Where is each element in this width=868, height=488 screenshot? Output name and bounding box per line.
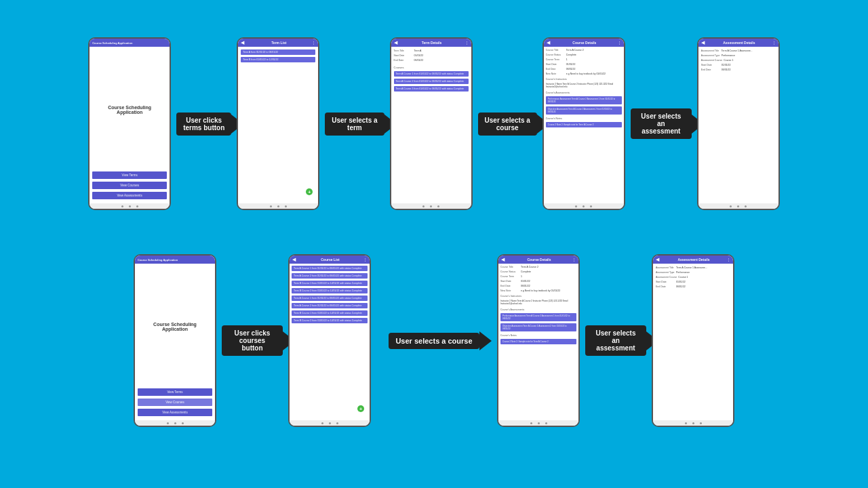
course-list-item-3[interactable]: Term B Course 1 from 01/01/22 to 12/01/2…: [292, 281, 368, 286]
course-list-item-7[interactable]: Term B Course 1 from 01/01/22 to 12/01/2…: [292, 310, 368, 316]
term-item-2[interactable]: Term B from 01/01/22 to 12/01/22: [241, 57, 315, 62]
home-title-1: Course Scheduling Application: [92, 41, 132, 45]
menu-icon-7[interactable]: ⋮: [727, 258, 730, 262]
phone-course-details-1: ◀ Course Details ⋮ Course TitleTerm A Co…: [542, 37, 625, 210]
nav-dot: [182, 422, 184, 424]
note-item-1a[interactable]: Course 2 Note 2: Sample note for Term A …: [546, 122, 622, 127]
home-title-2: Course Scheduling Application: [138, 258, 178, 262]
nav-bar-9: [653, 420, 733, 426]
arrow-7: User selects anassessment: [585, 325, 646, 356]
course-item-td-1[interactable]: Term A Course 1 from 01/01/22 to 06/01/2…: [394, 71, 469, 77]
course-list-item-5[interactable]: Term A Course 1 from 01/01/22 to 06/01/2…: [292, 296, 368, 301]
menu-icon-6[interactable]: ⋮: [572, 258, 576, 262]
view-courses-btn-2[interactable]: View Courses: [138, 399, 212, 406]
nav-bar-5: [698, 203, 778, 209]
arrow-3: User selects acourse: [478, 113, 537, 136]
nav-dot: [136, 205, 138, 207]
term-details-header: ◀ Term Details ⋮: [391, 39, 471, 47]
nav-dot: [321, 422, 323, 424]
phone-term-list: ◀ Term List ⋮ Term A from 01/01/22 to 06…: [237, 37, 319, 210]
menu-icon-3[interactable]: ⋮: [618, 41, 621, 45]
menu-icon-4[interactable]: ⋮: [772, 41, 776, 45]
back-arrow-5: ◀: [292, 257, 296, 262]
nav-dot: [730, 205, 732, 207]
nav-dot: [692, 422, 694, 424]
nav-bar-8: [498, 420, 578, 426]
arrow-label-7: User selects anassessment: [585, 325, 646, 356]
term-list-title: Term List: [245, 41, 312, 45]
note-item-1b[interactable]: Course 2 Note 2: Sample note for Term A …: [500, 339, 576, 344]
phone-header-2: Course Scheduling Application: [135, 256, 215, 264]
phone-course-details-2: ◀ Course Details ⋮ Course TitleTerm A Co…: [497, 254, 580, 427]
course-details-header-2: ◀ Course Details ⋮: [498, 256, 578, 264]
course-list-item-4[interactable]: Term B Course 2 from 01/01/22 to 12/01/2…: [292, 288, 368, 293]
view-courses-btn-1[interactable]: View Courses: [92, 182, 167, 189]
nav-dot: [590, 205, 592, 207]
phone-course-list: ◀ Course List ⋮ Term A Course 1 from 01/…: [288, 254, 371, 427]
assessment-details-title-1: Assessment Details: [706, 41, 772, 45]
nav-bar-1: [90, 203, 170, 209]
phone-assessment-details-2: ◀ Assessment Details ⋮ Assessment TitleT…: [652, 254, 734, 427]
assessment-item-2a[interactable]: Objective Assessment Term A Course 2 Ass…: [546, 106, 622, 115]
course-list-item-6[interactable]: Term A Course 2 from 01/01/22 to 06/01/2…: [292, 303, 368, 308]
back-arrow-2: ◀: [394, 40, 397, 45]
fab-add-course[interactable]: +: [357, 405, 364, 412]
phone-term-details: ◀ Term Details ⋮ Term TitleTerm A Start …: [390, 37, 473, 210]
nav-dot: [422, 205, 425, 207]
nav-dot: [270, 205, 272, 207]
back-arrow-6: ◀: [501, 257, 505, 262]
course-details-title-1: Course Details: [551, 41, 618, 45]
view-terms-btn-1[interactable]: View Terms: [92, 171, 167, 179]
term-list-header: ◀ Term List ⋮: [238, 39, 318, 47]
course-item-td-2[interactable]: Term A Course 2 from 01/01/22 to 06/01/2…: [394, 79, 469, 84]
course-details-title-2: Course Details: [506, 258, 572, 262]
nav-dot: [430, 205, 432, 207]
arrow-label-4: User selects anassessment: [631, 108, 692, 139]
nav-dot: [583, 205, 585, 207]
nav-dot: [700, 422, 702, 424]
arrow-4: User selects anassessment: [631, 108, 692, 139]
assessment-item-1a[interactable]: Performance Assessment Term A Course 2 A…: [546, 96, 622, 104]
nav-dot: [129, 205, 131, 207]
nav-dot: [167, 422, 169, 424]
nav-dot: [745, 205, 747, 207]
nav-dot: [530, 422, 532, 424]
nav-dot: [121, 205, 123, 207]
arrow-6: User selects a course: [376, 333, 492, 349]
nav-bar-4: [544, 203, 624, 209]
view-assessments-btn-2[interactable]: View Assessments: [138, 409, 212, 416]
phone-home-1: Course Scheduling Application Course Sch…: [88, 37, 171, 210]
nav-dot: [174, 422, 176, 424]
assessment-item-2b[interactable]: Objective Assessment Term A Course 2 Ass…: [500, 323, 576, 331]
view-terms-btn-2[interactable]: View Terms: [138, 388, 212, 396]
course-list-item-2[interactable]: Term A Course 2 from 01/01/22 to 06/01/2…: [292, 273, 368, 279]
assessment-details-header-1: ◀ Assessment Details ⋮: [698, 39, 778, 47]
menu-icon-1[interactable]: ⋮: [312, 41, 315, 45]
nav-bar-2: [238, 203, 318, 209]
menu-icon-2[interactable]: ⋮: [465, 41, 469, 45]
nav-dot: [538, 422, 540, 424]
back-arrow-1: ◀: [241, 40, 244, 45]
nav-dot: [285, 205, 287, 207]
view-assessments-btn-1[interactable]: View Assessments: [92, 192, 167, 199]
arrow-5: User clickscourses button: [222, 325, 283, 356]
course-item-td-3[interactable]: Term A Course 3 from 01/01/22 to 06/01/2…: [394, 86, 469, 92]
phone-home-2: Course Scheduling Application Course Sch…: [134, 254, 216, 427]
phone-header-1: Course Scheduling Application: [90, 39, 170, 47]
course-list-item-1[interactable]: Term A Course 1 from 01/01/22 to 06/01/2…: [292, 266, 368, 271]
arrow-label-2: User selects aterm: [325, 113, 384, 136]
assessment-item-1b[interactable]: Performance Assessment Term A Course 2 A…: [500, 313, 576, 321]
nav-dot: [336, 422, 338, 424]
arrow-label-5: User clickscourses button: [222, 325, 283, 356]
nav-dot: [545, 422, 547, 424]
nav-dot: [685, 422, 687, 424]
menu-icon-5[interactable]: ⋮: [363, 258, 367, 262]
back-arrow-3: ◀: [547, 40, 550, 45]
term-item-1[interactable]: Term A from 01/01/22 to 06/01/22: [241, 49, 315, 55]
back-arrow-4: ◀: [701, 40, 705, 45]
back-arrow-7: ◀: [656, 257, 659, 262]
arrow-label-6: User selects a course: [389, 333, 479, 349]
course-list-item-8[interactable]: Term B Course 2 from 01/01/22 to 12/01/2…: [292, 318, 368, 323]
course-details-header-1: ◀ Course Details ⋮: [544, 39, 624, 47]
arrow-label-1: User clicksterms button: [176, 113, 231, 136]
